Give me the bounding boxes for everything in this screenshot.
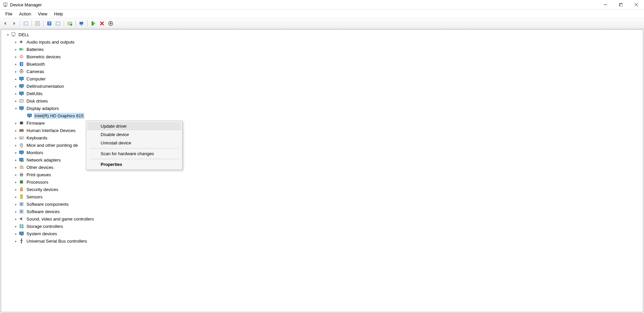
window-controls <box>598 0 644 10</box>
close-button[interactable] <box>629 0 644 10</box>
action-button[interactable] <box>54 19 62 27</box>
maximize-button[interactable] <box>613 0 629 10</box>
svg-point-19 <box>70 24 72 26</box>
menu-action[interactable]: Action <box>16 10 35 17</box>
app-icon <box>3 2 8 7</box>
svg-rect-17 <box>56 22 60 23</box>
properties-button[interactable] <box>34 19 42 27</box>
scan-hardware-button[interactable] <box>77 19 86 27</box>
menu-help[interactable]: Help <box>51 10 66 17</box>
back-button[interactable] <box>1 19 9 27</box>
svg-rect-5 <box>620 4 623 6</box>
disable-device-button[interactable] <box>98 19 106 27</box>
help-button[interactable]: ? <box>45 19 53 27</box>
uninstall-device-button[interactable] <box>107 19 115 27</box>
svg-rect-22 <box>92 21 94 25</box>
forward-button[interactable] <box>10 19 18 27</box>
menu-view[interactable]: View <box>35 10 51 17</box>
enable-device-button[interactable] <box>89 19 97 27</box>
svg-point-2 <box>5 4 6 5</box>
show-hide-tree-button[interactable] <box>22 19 30 27</box>
window-title: Device Manager <box>10 2 42 7</box>
update-driver-button[interactable] <box>66 19 74 27</box>
minimize-button[interactable] <box>598 0 613 10</box>
menu-file[interactable]: File <box>2 10 16 17</box>
titlebar: Device Manager <box>0 0 644 10</box>
svg-rect-1 <box>4 6 6 7</box>
svg-rect-9 <box>24 22 25 25</box>
toolbar: ? <box>0 18 644 28</box>
svg-rect-21 <box>80 25 82 25</box>
svg-text:?: ? <box>48 21 51 25</box>
menubar: File Action View Help <box>0 10 644 18</box>
svg-rect-20 <box>79 22 83 24</box>
